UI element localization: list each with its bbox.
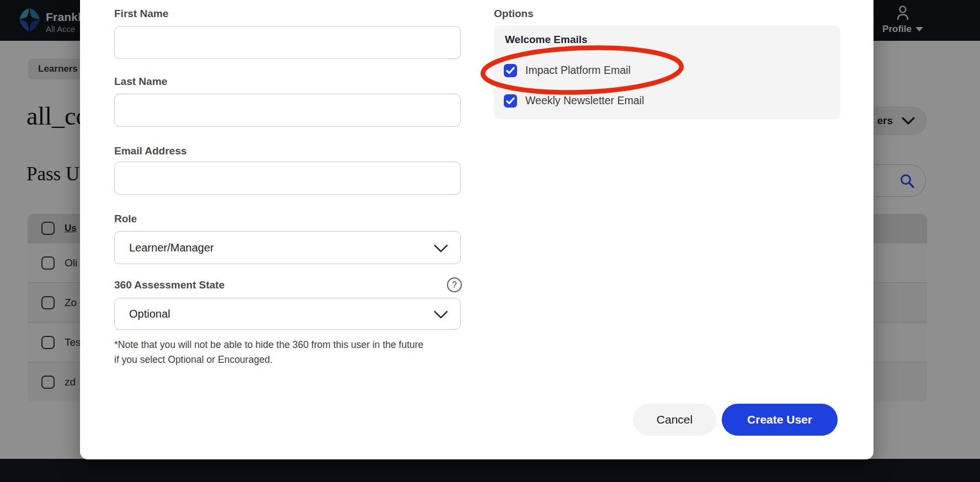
impact-platform-email-label: Impact Platform Email xyxy=(525,64,631,77)
options-label: Options xyxy=(494,8,534,20)
help-glyph: ? xyxy=(452,280,457,290)
role-select[interactable]: Learner/Manager xyxy=(114,231,461,264)
first-name-label: First Name xyxy=(114,8,168,20)
assessment-select-value: Optional xyxy=(129,308,171,320)
help-icon[interactable]: ? xyxy=(447,277,462,292)
welcome-emails-title: Welcome Emails xyxy=(505,34,588,46)
create-user-button[interactable]: Create User xyxy=(722,404,838,436)
chevron-down-icon xyxy=(434,310,448,319)
role-select-value: Learner/Manager xyxy=(129,242,214,254)
weekly-newsletter-email-checkbox[interactable] xyxy=(504,94,517,108)
chevron-down-icon xyxy=(434,244,448,253)
weekly-newsletter-email-label: Weekly Newsletter Email xyxy=(525,94,644,107)
assessment-state-select[interactable]: Optional xyxy=(114,298,461,330)
assessment-state-label: 360 Assessment State xyxy=(114,279,225,291)
first-name-input[interactable] xyxy=(114,26,461,59)
checkmark-icon xyxy=(506,97,515,105)
email-label: Email Address xyxy=(114,145,187,157)
impact-platform-email-checkbox[interactable] xyxy=(504,64,517,77)
checkmark-icon xyxy=(506,67,515,74)
role-label: Role xyxy=(114,213,137,225)
cancel-button[interactable]: Cancel xyxy=(633,404,716,436)
note-line-2: if you select Optional or Encouraged. xyxy=(114,352,467,367)
last-name-input[interactable] xyxy=(114,94,461,127)
assessment-note: *Note that you will not be able to hide … xyxy=(114,338,467,367)
note-line-1: *Note that you will not be able to hide … xyxy=(114,338,467,352)
last-name-label: Last Name xyxy=(114,76,167,88)
create-user-modal: First Name Last Name Email Address Role … xyxy=(80,0,874,459)
welcome-emails-group: Welcome Emails Impact Platform Email Wee… xyxy=(494,25,840,119)
email-input[interactable] xyxy=(114,162,461,195)
